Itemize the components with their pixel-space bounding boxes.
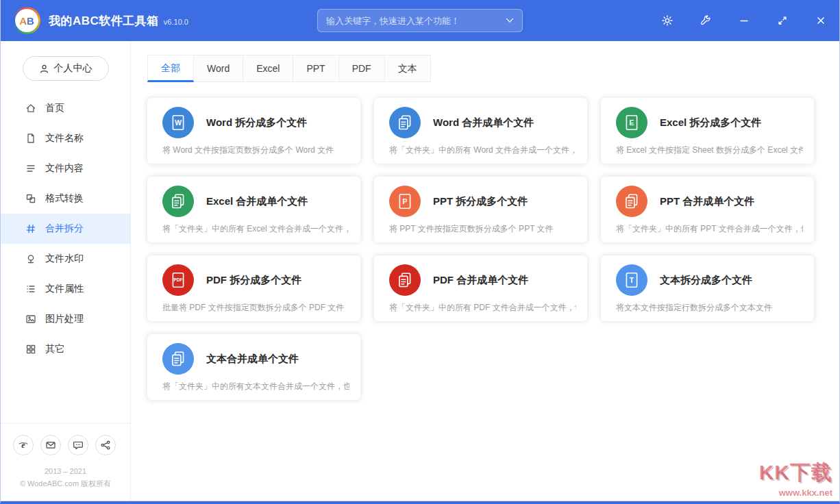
sidebar-item-file-name[interactable]: 文件名称 xyxy=(1,123,130,153)
hash-icon xyxy=(25,223,36,234)
close-button[interactable] xyxy=(815,14,827,27)
tab-label: Excel xyxy=(256,63,280,74)
sidebar-item-label: 图片处理 xyxy=(45,313,84,325)
card-description: 批量将 PDF 文件按指定页数拆分成多个 PDF 文件 xyxy=(162,302,349,314)
card-word-merge[interactable]: Word 合并成单个文件将「文件夹」中的所有 Word 文件合并成一个文件，也 xyxy=(374,98,587,164)
browser-button[interactable]: e xyxy=(13,435,34,455)
file-icon xyxy=(25,133,36,144)
card-description: 将「文件夹」中的所有 PDF 文件合并成一个文件，也 xyxy=(389,302,576,314)
sidebar-item-other[interactable]: 其它 xyxy=(1,334,130,364)
card-title: 文本拆分成多个文件 xyxy=(660,274,752,287)
sidebar-item-file-watermark[interactable]: 文件水印 xyxy=(1,244,130,274)
sidebar-item-label: 其它 xyxy=(45,343,64,355)
word-merge-icon xyxy=(389,107,421,138)
image-icon xyxy=(25,314,36,325)
card-pdf-merge[interactable]: PDF 合并成单个文件将「文件夹」中的所有 PDF 文件合并成一个文件，也 xyxy=(374,255,587,321)
app-logo-text: AB xyxy=(19,15,34,27)
tab-ppt[interactable]: PPT xyxy=(293,55,338,82)
card-description: 将文本文件按指定行数拆分成多个文本文件 xyxy=(616,302,803,314)
tools-button[interactable] xyxy=(700,14,712,27)
profile-button[interactable]: 个人中心 xyxy=(23,56,109,81)
pdf-merge-icon xyxy=(389,264,421,296)
card-head: 文本合并成单个文件 xyxy=(162,343,349,375)
card-description: 将「文件夹」中的所有 Excel 文件合并成一个文件，也 xyxy=(162,223,349,235)
feature-cards: WWord 拆分成多个文件将 Word 文件按指定页数拆分成多个 Word 文件… xyxy=(147,98,828,400)
card-head: T文本拆分成多个文件 xyxy=(616,264,803,296)
sidebar-item-label: 文件属性 xyxy=(45,283,84,295)
card-pdf-split[interactable]: PDFPDF 拆分成多个文件批量将 PDF 文件按指定页数拆分成多个 PDF 文… xyxy=(147,255,360,321)
card-head: WWord 拆分成多个文件 xyxy=(162,107,349,138)
app-title-wrap: 我的ABC软件工具箱 v6.10.0 xyxy=(49,13,188,29)
app-logo-core: AB xyxy=(15,9,38,32)
sidebar-item-format-convert[interactable]: 格式转换 xyxy=(1,184,130,214)
tab-word[interactable]: Word xyxy=(193,55,243,82)
search-input[interactable] xyxy=(326,16,500,26)
sidebar-item-image-process[interactable]: 图片处理 xyxy=(1,304,130,334)
card-title: PPT 拆分成多个文件 xyxy=(433,195,528,208)
card-ppt-split[interactable]: PPPT 拆分成多个文件将 PPT 文件按指定页数拆分成多个 PPT 文件 xyxy=(374,177,587,242)
card-description: 将「文件夹」中的所有 Word 文件合并成一个文件，也 xyxy=(389,144,576,156)
tab-label: PPT xyxy=(306,63,325,74)
wrench-icon xyxy=(700,14,712,27)
card-head: EExcel 拆分成多个文件 xyxy=(616,107,803,138)
tab-excel[interactable]: Excel xyxy=(243,55,293,82)
footer-copyright: © WodeABC.com 版权所有 xyxy=(1,477,130,490)
sidebar-item-file-properties[interactable]: 文件属性 xyxy=(1,274,130,304)
mail-button[interactable] xyxy=(40,435,61,455)
ppt-merge-icon xyxy=(616,186,647,217)
app-title: 我的ABC软件工具箱 xyxy=(49,13,159,29)
profile-label: 个人中心 xyxy=(54,62,92,75)
card-text-split[interactable]: T文本拆分成多个文件将文本文件按指定行数拆分成多个文本文件 xyxy=(601,255,814,321)
minimize-button[interactable] xyxy=(738,14,750,27)
gear-icon xyxy=(661,14,674,27)
card-head: PDFPDF 拆分成多个文件 xyxy=(162,264,349,296)
sidebar-footer: 2013 – 2021 © WodeABC.com 版权所有 xyxy=(1,465,130,501)
card-word-split[interactable]: WWord 拆分成多个文件将 Word 文件按指定页数拆分成多个 Word 文件 xyxy=(147,98,360,164)
minimize-icon xyxy=(738,14,750,27)
excel-merge-icon xyxy=(162,186,194,217)
pdf-split-icon: PDF xyxy=(162,264,194,296)
convert-icon xyxy=(25,193,36,204)
tab-all[interactable]: 全部 xyxy=(147,55,194,82)
card-description: 将 Excel 文件按指定 Sheet 数拆分成多个 Excel 文件 xyxy=(616,144,803,156)
tab-label: PDF xyxy=(352,63,371,74)
sidebar-item-file-content[interactable]: 文件内容 xyxy=(1,153,130,184)
card-head: Excel 合并成单个文件 xyxy=(162,186,349,217)
app-version: v6.10.0 xyxy=(164,18,188,26)
svg-text:T: T xyxy=(630,277,634,284)
app-window: AB 我的ABC软件工具箱 v6.10.0 个人中心 首页文件名称文件内容格式转… xyxy=(0,0,840,504)
share-button[interactable] xyxy=(95,435,116,455)
card-title: Word 拆分成多个文件 xyxy=(206,116,307,129)
sidebar: 个人中心 首页文件名称文件内容格式转换合并拆分文件水印文件属性图片处理其它 e … xyxy=(1,41,131,501)
tab-pdf[interactable]: PDF xyxy=(338,55,385,82)
excel-split-icon: E xyxy=(616,107,647,138)
card-description: 将 Word 文件按指定页数拆分成多个 Word 文件 xyxy=(162,144,349,156)
card-head: PPPT 拆分成多个文件 xyxy=(389,186,576,217)
sidebar-menu: 首页文件名称文件内容格式转换合并拆分文件水印文件属性图片处理其它 xyxy=(1,93,130,364)
chat-button[interactable] xyxy=(68,435,88,455)
card-excel-merge[interactable]: Excel 合并成单个文件将「文件夹」中的所有 Excel 文件合并成一个文件，… xyxy=(147,177,360,242)
card-title: Word 合并成单个文件 xyxy=(433,116,534,129)
grid-icon xyxy=(25,344,36,355)
content-icon xyxy=(25,163,36,174)
chevron-down-icon[interactable] xyxy=(506,18,514,23)
card-description: 将「文件夹」中的所有文本文件合并成一个文件，也 xyxy=(162,381,349,392)
footer-years: 2013 – 2021 xyxy=(1,465,130,477)
card-text-merge[interactable]: 文本合并成单个文件将「文件夹」中的所有文本文件合并成一个文件，也 xyxy=(147,334,360,400)
word-split-icon: W xyxy=(162,107,194,138)
resize-button[interactable] xyxy=(776,14,789,27)
app-logo-icon: AB xyxy=(13,7,40,34)
ppt-split-icon: P xyxy=(389,186,421,217)
sidebar-item-label: 合并拆分 xyxy=(45,223,84,235)
card-title: PDF 拆分成多个文件 xyxy=(206,274,301,287)
tab-text[interactable]: 文本 xyxy=(384,55,431,82)
sidebar-item-label: 文件名称 xyxy=(45,132,84,144)
card-ppt-merge[interactable]: PPT 合并成单个文件将「文件夹」中的所有 PPT 文件合并成一个文件，也 xyxy=(601,177,814,242)
settings-button[interactable] xyxy=(661,14,674,27)
sidebar-item-home[interactable]: 首页 xyxy=(1,93,130,123)
chat-icon xyxy=(73,440,84,451)
tab-label: Word xyxy=(207,63,230,74)
card-excel-split[interactable]: EExcel 拆分成多个文件将 Excel 文件按指定 Sheet 数拆分成多个… xyxy=(601,98,814,164)
sidebar-item-merge-split[interactable]: 合并拆分 xyxy=(1,214,130,244)
tab-label: 全部 xyxy=(161,62,180,73)
